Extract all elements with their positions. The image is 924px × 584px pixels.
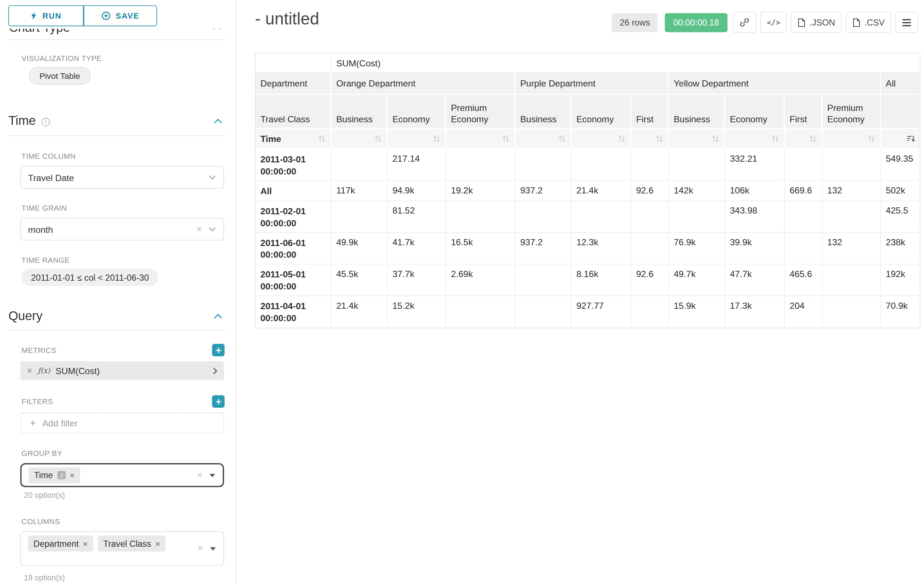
chart-toolbar: 26 rows 00:00:00.18 </> — [612, 12, 918, 33]
pivot-value-cell: 16.5k — [446, 233, 516, 265]
pivot-data-row: 2011-02-01 00:00:0081.52343.98425.5 — [256, 201, 920, 233]
columns-chip[interactable]: Travel Class × — [98, 535, 165, 551]
add-filter-dropzone[interactable]: + Add filter — [20, 413, 224, 433]
pivot-value-cell — [515, 296, 572, 328]
remove-chip-icon[interactable]: × — [70, 470, 74, 480]
pivot-sort-cell[interactable] — [388, 129, 446, 149]
chart-title: - untitled — [255, 10, 319, 28]
time-section-header[interactable]: Time — [8, 114, 226, 128]
plus-circle-icon — [101, 12, 110, 20]
pivot-group-header: Yellow Department — [669, 73, 881, 95]
chevron-up-icon[interactable] — [214, 313, 222, 319]
clear-icon[interactable]: × — [197, 470, 202, 480]
pivot-value-cell: 17.3k — [725, 296, 785, 328]
visualization-type-pill[interactable]: Pivot Table — [28, 67, 91, 85]
time-grain-value: month — [28, 224, 53, 234]
pivot-sort-cell[interactable] — [632, 129, 669, 149]
export-json-button[interactable]: .JSON — [791, 12, 842, 33]
pivot-value-cell — [446, 201, 516, 233]
pivot-data-row: 2011-03-01 00:00:00217.14332.21549.35 — [256, 149, 920, 181]
query-section-title: Query — [8, 309, 43, 323]
pivot-metric-row: SUM(Cost) — [256, 53, 920, 73]
columns-chip[interactable]: Department × — [28, 535, 93, 551]
chevron-up-icon[interactable] — [214, 118, 222, 123]
pivot-value-cell: 8.16k — [572, 264, 632, 296]
remove-chip-icon[interactable]: × — [155, 539, 160, 548]
pivot-value-cell: 204 — [785, 296, 822, 328]
pivot-value-cell: 549.35 — [881, 149, 920, 181]
columns-chip-label: Travel Class — [103, 539, 151, 548]
pivot-row-label: 2011-05-01 00:00:00 — [256, 264, 332, 296]
remove-metric-icon[interactable]: × — [27, 366, 33, 375]
info-icon: i — [57, 471, 65, 479]
metric-chip[interactable]: × ƒ(x) SUM(Cost) — [20, 361, 224, 380]
time-grain-select[interactable]: month × — [20, 218, 224, 240]
pivot-col-subdimension-label: Travel Class — [256, 95, 332, 129]
pivot-sort-cell[interactable] — [515, 129, 572, 149]
embed-code-button[interactable]: </> — [761, 12, 787, 33]
caret-down-icon[interactable] — [210, 546, 216, 550]
pivot-group-header: Orange Department — [332, 73, 516, 95]
chart-area: - untitled 26 rows 00:00:00.18 </> — [237, 0, 924, 584]
pivot-value-cell — [632, 201, 669, 233]
time-grain-label: TIME GRAIN — [21, 204, 67, 212]
sort-icon — [868, 135, 875, 142]
pivot-value-cell — [822, 296, 881, 328]
sort-desc-active-icon — [907, 135, 915, 142]
pivot-group-header: Purple Department — [515, 73, 669, 95]
pivot-sort-cell[interactable] — [572, 129, 632, 149]
group-by-chip-label: Time — [34, 470, 53, 480]
pivot-sort-cell[interactable] — [785, 129, 822, 149]
pivot-value-cell: 19.2k — [446, 181, 516, 201]
pivot-sort-cell[interactable] — [446, 129, 516, 149]
pivot-metric-header: SUM(Cost) — [332, 53, 920, 73]
save-button-label: SAVE — [116, 12, 140, 20]
pivot-sort-cell[interactable] — [669, 129, 725, 149]
add-filter-button[interactable] — [212, 395, 224, 408]
chevron-right-icon[interactable] — [213, 367, 217, 375]
add-metric-button[interactable] — [212, 344, 224, 356]
pivot-value-cell: 41.7k — [388, 233, 446, 265]
time-range-pill[interactable]: 2011-01-01 ≤ col < 2011-06-30 — [21, 269, 158, 286]
export-csv-button[interactable]: .CSV — [846, 12, 891, 33]
pivot-value-cell: 39.9k — [725, 233, 785, 265]
pivot-value-cell — [669, 149, 725, 181]
pivot-value-cell: 192k — [881, 264, 920, 296]
pivot-value-cell — [332, 201, 388, 233]
run-button[interactable]: RUN — [8, 5, 84, 26]
visualization-type-label: VISUALIZATION TYPE — [21, 54, 102, 63]
pivot-value-cell: 927.77 — [572, 296, 632, 328]
plus-icon — [215, 346, 222, 354]
pivot-sort-cell[interactable] — [881, 129, 920, 149]
sort-icon — [656, 135, 663, 142]
pivot-sort-cell[interactable] — [822, 129, 881, 149]
group-by-chip[interactable]: Time i × — [28, 467, 79, 483]
link-icon — [739, 17, 749, 27]
pivot-value-cell — [515, 264, 572, 296]
group-by-select[interactable]: Time i × × — [20, 463, 224, 487]
sidebar-action-bar: RUN SAVE — [0, 0, 236, 28]
pivot-value-cell: 45.5k — [332, 264, 388, 296]
query-section-header[interactable]: Query — [8, 309, 226, 323]
pivot-subcolumn-header: First — [632, 95, 669, 129]
pivot-value-cell: 15.2k — [388, 296, 446, 328]
caret-down-icon[interactable] — [209, 473, 216, 477]
menu-button[interactable] — [895, 12, 918, 33]
pivot-sort-cell[interactable] — [332, 129, 388, 149]
time-column-select[interactable]: Travel Date — [20, 166, 224, 189]
clear-icon[interactable]: × — [198, 544, 203, 553]
columns-select[interactable]: Department × Travel Class × × — [20, 531, 224, 566]
pivot-corner-cell — [256, 53, 332, 73]
clear-icon[interactable]: × — [196, 224, 201, 234]
pivot-value-cell: 94.9k — [388, 181, 446, 201]
pivot-subcolumn-header: Premium Economy — [446, 95, 516, 129]
pivot-row-dimension-cell[interactable]: Time — [256, 129, 332, 149]
pivot-value-cell: 70.9k — [881, 296, 920, 328]
time-column-value: Travel Date — [28, 172, 74, 183]
pivot-value-cell: 669.6 — [785, 181, 822, 201]
pivot-value-cell: 132 — [822, 233, 881, 265]
save-button[interactable]: SAVE — [84, 5, 157, 26]
remove-chip-icon[interactable]: × — [83, 539, 87, 548]
share-link-button[interactable] — [733, 12, 756, 33]
pivot-sort-cell[interactable] — [725, 129, 785, 149]
